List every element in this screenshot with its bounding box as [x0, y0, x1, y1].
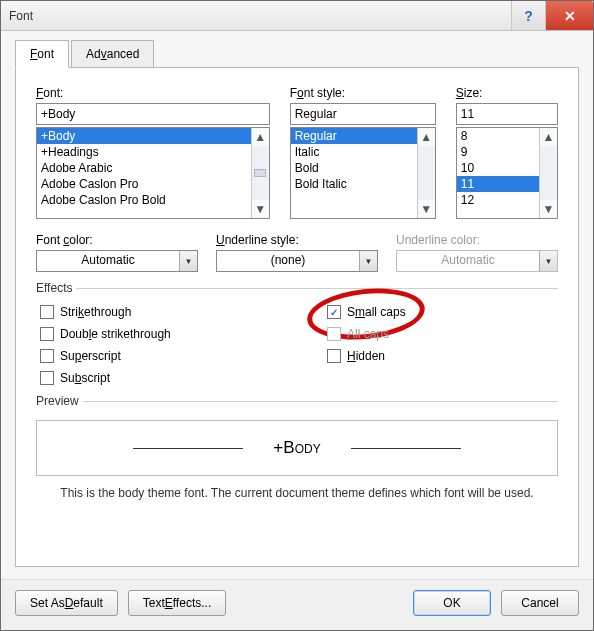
- list-item[interactable]: Adobe Caslon Pro: [37, 176, 251, 192]
- scrollbar[interactable]: ▲ ▼: [251, 128, 269, 218]
- tab-advanced[interactable]: Advanced: [71, 40, 154, 68]
- checkbox-label: Hidden: [347, 349, 385, 363]
- help-button[interactable]: ?: [511, 1, 545, 30]
- list-item[interactable]: Bold: [291, 160, 417, 176]
- scroll-down-icon[interactable]: ▼: [252, 200, 269, 218]
- effects-legend: Effects: [36, 281, 76, 295]
- style-column: Font style: Regular Italic Bold Bold Ita…: [290, 86, 436, 219]
- dialog-footer: Set As Default Text Effects... OK Cancel: [1, 579, 593, 630]
- checkbox-label: Small caps: [347, 305, 406, 319]
- spacer: [236, 590, 403, 616]
- window-buttons: ? ✕: [511, 1, 593, 30]
- checkbox-icon: [40, 305, 54, 319]
- format-row: Font color: Automatic ▼ Underline style:…: [36, 233, 558, 272]
- list-item[interactable]: Adobe Caslon Pro Bold: [37, 192, 251, 208]
- checkbox-icon: [40, 371, 54, 385]
- style-label: Font style:: [290, 86, 436, 100]
- checkbox-label: Strikethrough: [60, 305, 131, 319]
- checkbox-subscript[interactable]: Subscript: [40, 371, 267, 385]
- list-item[interactable]: 12: [457, 192, 539, 208]
- underline-color-label: Underline color:: [396, 233, 558, 247]
- font-color-value: Automatic: [37, 251, 179, 271]
- font-color-combo[interactable]: Automatic ▼: [36, 250, 198, 272]
- font-color-group: Font color: Automatic ▼: [36, 233, 198, 272]
- size-column: Size: 8 9 10 11 12 ▲ ▼: [456, 86, 558, 219]
- checkbox-strikethrough[interactable]: Strikethrough: [40, 305, 267, 319]
- checkbox-icon: [327, 327, 341, 341]
- scroll-up-icon[interactable]: ▲: [540, 128, 557, 146]
- preview-rule-icon: [351, 448, 461, 449]
- underline-style-value: (none): [217, 251, 359, 271]
- checkbox-small-caps[interactable]: Small caps: [327, 305, 554, 319]
- checkbox-icon: [327, 349, 341, 363]
- style-listbox[interactable]: Regular Italic Bold Bold Italic ▲ ▼: [290, 127, 436, 219]
- size-listbox[interactable]: 8 9 10 11 12 ▲ ▼: [456, 127, 558, 219]
- preview-rule-icon: [133, 448, 243, 449]
- checkbox-label: Subscript: [60, 371, 110, 385]
- size-input[interactable]: [456, 103, 558, 125]
- underline-style-combo[interactable]: (none) ▼: [216, 250, 378, 272]
- checkbox-superscript[interactable]: Superscript: [40, 349, 267, 363]
- preview-legend: Preview: [36, 394, 83, 408]
- list-item[interactable]: 10: [457, 160, 539, 176]
- dialog-body: Font Advanced Font: +Body +Headings Adob…: [1, 31, 593, 579]
- chevron-down-icon[interactable]: ▼: [179, 251, 197, 271]
- list-item[interactable]: +Body: [37, 128, 251, 144]
- tab-strip: Font Advanced: [15, 39, 579, 67]
- titlebar: Font ? ✕: [1, 1, 593, 31]
- font-dialog: Font ? ✕ Font Advanced Font: +Body +Head…: [0, 0, 594, 631]
- checkbox-icon: [40, 349, 54, 363]
- preview-box: +Body: [36, 420, 558, 476]
- underline-color-group: Underline color: Automatic ▼: [396, 233, 558, 272]
- preview-note: This is the body theme font. The current…: [36, 486, 558, 500]
- checkbox-label: Superscript: [60, 349, 121, 363]
- checkbox-icon: [40, 327, 54, 341]
- underline-color-combo: Automatic ▼: [396, 250, 558, 272]
- size-list-items: 8 9 10 11 12: [457, 128, 539, 218]
- list-item[interactable]: Adobe Arabic: [37, 160, 251, 176]
- scroll-up-icon[interactable]: ▲: [252, 128, 269, 146]
- list-item[interactable]: Regular: [291, 128, 417, 144]
- underline-color-value: Automatic: [397, 251, 539, 271]
- close-button[interactable]: ✕: [545, 1, 593, 30]
- checkbox-double-strikethrough[interactable]: Double strikethrough: [40, 327, 267, 341]
- tab-panel-font: Font: +Body +Headings Adobe Arabic Adobe…: [15, 67, 579, 567]
- effects-grid: Strikethrough Small caps Double striketh…: [36, 305, 558, 385]
- checkbox-hidden[interactable]: Hidden: [327, 349, 554, 363]
- font-label: Font:: [36, 86, 270, 100]
- scroll-up-icon[interactable]: ▲: [418, 128, 435, 146]
- text-effects-button[interactable]: Text Effects...: [128, 590, 227, 616]
- list-item[interactable]: 8: [457, 128, 539, 144]
- font-column: Font: +Body +Headings Adobe Arabic Adobe…: [36, 86, 270, 219]
- underline-style-label: Underline style:: [216, 233, 378, 247]
- scrollbar[interactable]: ▲ ▼: [417, 128, 435, 218]
- checkbox-all-caps: All caps: [327, 327, 554, 341]
- preview-fieldset: Preview +Body This is the body theme fon…: [36, 401, 558, 500]
- scrollbar[interactable]: ▲ ▼: [539, 128, 557, 218]
- font-list-items: +Body +Headings Adobe Arabic Adobe Caslo…: [37, 128, 251, 218]
- font-input[interactable]: [36, 103, 270, 125]
- style-input[interactable]: [290, 103, 436, 125]
- checkbox-label: Double strikethrough: [60, 327, 171, 341]
- list-item[interactable]: 11: [457, 176, 539, 192]
- set-as-default-button[interactable]: Set As Default: [15, 590, 118, 616]
- preview-sample: +Body: [273, 438, 320, 458]
- scroll-down-icon[interactable]: ▼: [540, 200, 557, 218]
- list-item[interactable]: 9: [457, 144, 539, 160]
- ok-button[interactable]: OK: [413, 590, 491, 616]
- list-item[interactable]: +Headings: [37, 144, 251, 160]
- scroll-down-icon[interactable]: ▼: [418, 200, 435, 218]
- tab-font[interactable]: Font: [15, 40, 69, 68]
- style-list-items: Regular Italic Bold Bold Italic: [291, 128, 417, 218]
- chevron-down-icon[interactable]: ▼: [359, 251, 377, 271]
- scroll-grip-icon[interactable]: [254, 169, 266, 177]
- font-listbox[interactable]: +Body +Headings Adobe Arabic Adobe Caslo…: [36, 127, 270, 219]
- list-item[interactable]: Bold Italic: [291, 176, 417, 192]
- font-color-label: Font color:: [36, 233, 198, 247]
- font-row: Font: +Body +Headings Adobe Arabic Adobe…: [36, 86, 558, 219]
- checkbox-icon: [327, 305, 341, 319]
- list-item[interactable]: Italic: [291, 144, 417, 160]
- checkbox-label: All caps: [347, 327, 389, 341]
- cancel-button[interactable]: Cancel: [501, 590, 579, 616]
- size-label: Size:: [456, 86, 558, 100]
